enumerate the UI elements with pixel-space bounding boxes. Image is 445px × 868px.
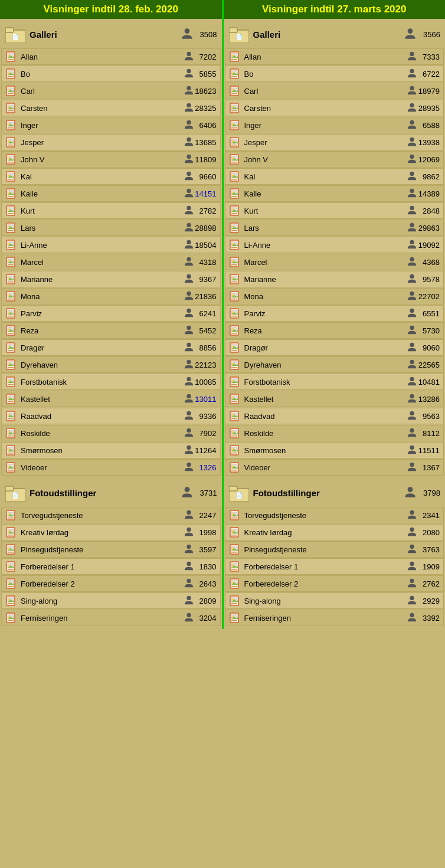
list-item[interactable]: Mona 21836 xyxy=(1,288,221,304)
list-item[interactable]: Reza 5730 xyxy=(225,322,444,339)
item-person-icon xyxy=(184,119,194,132)
list-item[interactable]: Smørmosen 11511 xyxy=(225,442,444,458)
list-item[interactable]: Parviz 6241 xyxy=(1,305,221,322)
list-item[interactable]: Pinsegudstjeneste 3597 xyxy=(1,541,221,558)
item-person-icon xyxy=(407,51,417,63)
item-name: Allan xyxy=(244,53,407,61)
item-person-icon xyxy=(184,509,194,522)
svg-point-3 xyxy=(184,28,189,34)
list-item[interactable]: Kai 9862 xyxy=(225,168,444,185)
list-item[interactable]: Dyrehaven 22565 xyxy=(225,356,444,373)
list-item[interactable]: Marianne 9367 xyxy=(1,271,221,287)
list-item[interactable]: Lars 28898 xyxy=(1,220,221,236)
list-item[interactable]: Jesper 13685 xyxy=(1,134,221,150)
item-count: 19092 xyxy=(417,241,440,250)
list-item[interactable]: Lars 29863 xyxy=(225,220,444,236)
list-item[interactable]: Kurt 2848 xyxy=(225,202,444,219)
header-left-text: Visninger indtil 28. feb. 2020 xyxy=(44,4,178,15)
svg-rect-98 xyxy=(8,316,14,317)
list-item[interactable]: Forstbotanisk 10085 xyxy=(1,374,221,390)
list-item[interactable]: Carsten 28935 xyxy=(225,100,444,116)
item-name: Raadvad xyxy=(21,412,184,421)
list-item[interactable]: Dragør 8856 xyxy=(1,339,221,356)
list-item[interactable]: Videoer 1326 xyxy=(1,459,221,476)
list-item[interactable]: Pinsegudstjeneste 3763 xyxy=(225,541,444,558)
list-item[interactable]: Carl 18979 xyxy=(225,83,444,99)
list-item[interactable]: Ferniseringen 3392 xyxy=(225,610,444,626)
item-name: Carl xyxy=(21,87,184,96)
list-item[interactable]: Li-Anne 18504 xyxy=(1,237,221,253)
item-person-icon xyxy=(184,461,194,474)
list-item[interactable]: Kurt 2782 xyxy=(1,202,221,219)
item-name: Raadvad xyxy=(244,412,407,421)
list-item[interactable]: Jesper 13938 xyxy=(225,134,444,150)
list-item[interactable]: John V 12069 xyxy=(225,151,444,168)
list-item[interactable]: Forberedelser 1 1909 xyxy=(225,558,444,575)
item-file-icon xyxy=(229,410,241,422)
list-item[interactable]: Kai 9660 xyxy=(1,168,221,185)
item-name: Dyrehaven xyxy=(21,361,184,369)
list-item[interactable]: Sing-along 2809 xyxy=(1,592,221,609)
item-file-icon xyxy=(5,376,17,388)
list-item[interactable]: Forberedelser 2 2643 xyxy=(1,575,221,592)
item-name: Dragør xyxy=(244,343,407,352)
item-file-icon xyxy=(5,68,17,80)
item-file-icon xyxy=(229,325,241,336)
svg-rect-198 xyxy=(8,620,14,621)
svg-point-287 xyxy=(410,274,414,278)
list-item[interactable]: Marcel 4318 xyxy=(1,254,221,270)
list-item[interactable]: Roskilde 8112 xyxy=(225,425,444,441)
item-file-icon xyxy=(229,578,241,589)
list-item[interactable]: Inger 6406 xyxy=(1,117,221,133)
item-name: John V xyxy=(244,155,407,164)
svg-rect-304 xyxy=(231,333,237,334)
item-name: Kurt xyxy=(21,207,184,215)
svg-rect-268 xyxy=(231,230,237,231)
list-item[interactable]: Kastellet 13286 xyxy=(225,391,444,407)
svg-rect-310 xyxy=(231,350,237,351)
list-item[interactable]: Smørmosen 11264 xyxy=(1,442,221,458)
list-item[interactable]: Inger 6588 xyxy=(225,117,444,133)
list-item[interactable]: Marcel 4368 xyxy=(225,254,444,270)
list-item[interactable]: Marianne 9578 xyxy=(225,271,444,287)
list-item[interactable]: Reza 5452 xyxy=(1,322,221,339)
list-item[interactable]: Dragør 9060 xyxy=(225,339,444,356)
svg-point-353 xyxy=(410,462,414,466)
list-item[interactable]: Torvegudstjeneste 2341 xyxy=(225,507,444,523)
list-item[interactable]: John V 11809 xyxy=(1,151,221,168)
item-file-icon xyxy=(5,325,17,336)
list-item[interactable]: Raadvad 9563 xyxy=(225,408,444,424)
list-item[interactable]: Torvegudstjeneste 2247 xyxy=(1,507,221,523)
list-item[interactable]: Mona 22702 xyxy=(225,288,444,304)
list-item[interactable]: Parviz 6551 xyxy=(225,305,444,322)
svg-rect-316 xyxy=(231,367,237,368)
list-item[interactable]: Kreativ lørdag 1998 xyxy=(1,524,221,541)
list-item[interactable]: Videoer 1367 xyxy=(225,459,444,476)
list-item[interactable]: Kalle 14389 xyxy=(225,185,444,202)
list-item[interactable]: Raadvad 9336 xyxy=(1,408,221,424)
list-item[interactable]: Kalle 14151 xyxy=(1,185,221,202)
list-item[interactable]: Sing-along 2929 xyxy=(225,592,444,609)
list-item[interactable]: Forberedelser 2 2762 xyxy=(225,575,444,592)
list-item[interactable]: Dyrehaven 22123 xyxy=(1,356,221,373)
list-item[interactable]: Li-Anne 19092 xyxy=(225,237,444,253)
item-count: 2782 xyxy=(194,207,217,215)
list-item[interactable]: Roskilde 7902 xyxy=(1,425,221,441)
list-item[interactable]: Allan 7202 xyxy=(1,48,221,65)
list-item[interactable]: Allan 7333 xyxy=(225,48,444,65)
item-person-icon xyxy=(184,136,194,149)
list-item[interactable]: Carl 18623 xyxy=(1,83,221,99)
item-file-icon xyxy=(229,68,241,80)
item-count: 5855 xyxy=(194,70,217,78)
list-item[interactable]: Ferniseringen 3204 xyxy=(1,610,221,626)
list-item[interactable]: Kastellet 13011 xyxy=(1,391,221,407)
list-item[interactable]: Bo 5855 xyxy=(1,65,221,82)
item-file-icon xyxy=(5,171,17,182)
list-item[interactable]: Carsten 28325 xyxy=(1,100,221,116)
list-item[interactable]: Forstbotanisk 10481 xyxy=(225,374,444,390)
section: 📄 Galleri 3566 Allan 7333 xyxy=(225,21,444,476)
list-item[interactable]: Forberedelser 1 1830 xyxy=(1,558,221,575)
list-item[interactable]: Bo 6722 xyxy=(225,65,444,82)
item-count: 9367 xyxy=(194,275,217,284)
list-item[interactable]: Kreativ lørdag 2080 xyxy=(225,524,444,541)
